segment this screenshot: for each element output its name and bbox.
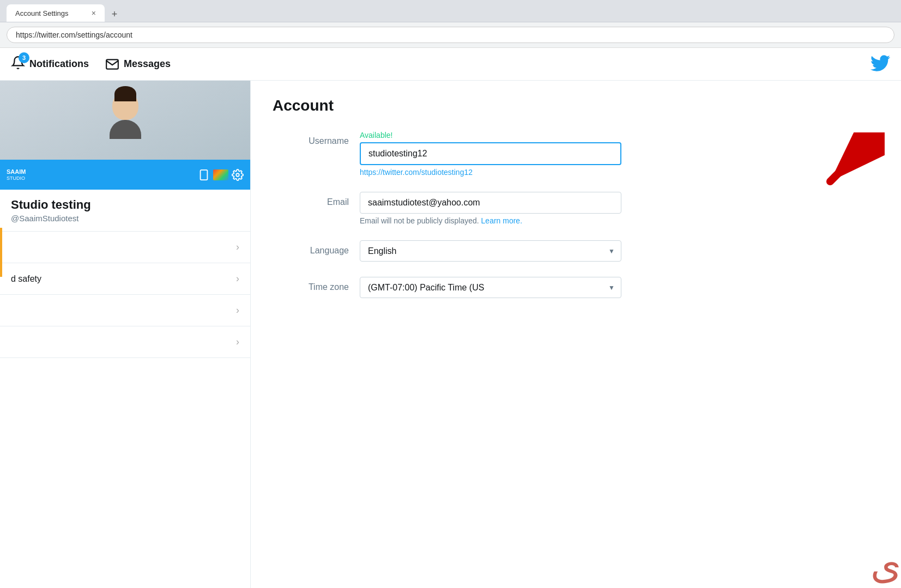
twitter-header: 3 Notifications Messages (0, 48, 901, 81)
learn-more-link[interactable]: Learn more. (481, 216, 522, 225)
email-note: Email will not be publicly displayed. Le… (360, 216, 621, 225)
email-label: Email (273, 192, 349, 207)
browser-toolbar (0, 22, 901, 48)
profile-name: Studio testing (11, 198, 239, 212)
color-block-icon (213, 169, 228, 180)
sidebar-item-3[interactable]: › (0, 295, 250, 326)
sidebar-item-4[interactable]: › (0, 326, 250, 358)
page-title: Account (273, 97, 879, 114)
username-input[interactable] (360, 142, 621, 165)
browser-chrome: Account Settings × + (0, 0, 901, 22)
available-label: Available! (360, 131, 621, 140)
email-note-text: Email will not be publicly displayed. (360, 216, 479, 225)
brand-stripe: SAAIMSTUDIO (0, 160, 250, 190)
chevron-right-icon-2: › (236, 273, 239, 284)
chevron-right-icon-1: › (236, 241, 239, 253)
timezone-label: Time zone (273, 277, 349, 292)
notification-badge: 3 (19, 52, 29, 63)
twitter-logo (870, 53, 890, 75)
timezone-select-wrapper: (GMT-07:00) Pacific Time (US (GMT-05:00)… (360, 277, 621, 298)
banner-bg: SAAIMSTUDIO (0, 81, 250, 190)
language-select[interactable]: English Spanish French German Arabic (360, 240, 621, 262)
notifications-nav-item[interactable]: 3 Notifications (11, 56, 89, 72)
tab-close-button[interactable]: × (92, 9, 96, 17)
messages-nav-item[interactable]: Messages (105, 57, 171, 71)
email-field-group: Email will not be publicly displayed. Le… (360, 192, 621, 225)
email-input[interactable] (360, 192, 621, 214)
language-field-group: English Spanish French German Arabic ▼ (360, 240, 621, 262)
profile-handle: @SaaimStudiotest (11, 214, 239, 223)
phone-icon (198, 169, 210, 181)
browser-tab[interactable]: Account Settings × (7, 4, 105, 22)
username-field-group: Available! https://twitter.com/studiotes… (360, 131, 621, 177)
profile-banner: SAAIMSTUDIO (0, 81, 250, 190)
brand-name-label: SAAIMSTUDIO (7, 169, 26, 181)
tab-title: Account Settings (15, 9, 69, 17)
gear-icon (232, 169, 244, 181)
svg-point-2 (236, 173, 239, 177)
chevron-right-icon-3: › (236, 305, 239, 316)
address-bar[interactable] (7, 27, 894, 43)
username-label: Username (273, 131, 349, 146)
language-select-wrapper: English Spanish French German Arabic ▼ (360, 240, 621, 262)
main-layout: SAAIMSTUDIO (0, 81, 901, 588)
profile-info: Studio testing @SaaimStudiotest (0, 190, 250, 232)
email-row: Email Email will not be publicly display… (273, 192, 879, 225)
messages-label: Messages (124, 58, 171, 70)
yellow-accent-bar (0, 228, 2, 277)
envelope-icon (105, 57, 119, 71)
notification-icon-wrapper: 3 (11, 56, 25, 72)
sidebar: SAAIMSTUDIO (0, 81, 251, 588)
timezone-select[interactable]: (GMT-07:00) Pacific Time (US (GMT-05:00)… (360, 277, 621, 298)
sidebar-item-safety-label: d safety (11, 274, 41, 284)
username-row: Username Available! https://twitter.com/… (273, 131, 879, 177)
sidebar-item-safety[interactable]: d safety › (0, 263, 250, 295)
language-label: Language (273, 240, 349, 256)
timezone-row: Time zone (GMT-07:00) Pacific Time (US (… (273, 277, 879, 298)
content-area: Account Username Available! https://twit… (251, 81, 901, 588)
twitter-url-link[interactable]: https://twitter.com/studiotesting12 (360, 168, 621, 177)
sidebar-item-1[interactable]: › (0, 232, 250, 263)
notifications-label: Notifications (29, 58, 89, 70)
urdu-decoration: ی (870, 542, 901, 588)
new-tab-button[interactable]: + (107, 7, 122, 22)
chevron-right-icon-4: › (236, 336, 239, 348)
timezone-field-group: (GMT-07:00) Pacific Time (US (GMT-05:00)… (360, 277, 621, 298)
language-row: Language English Spanish French German A… (273, 240, 879, 262)
